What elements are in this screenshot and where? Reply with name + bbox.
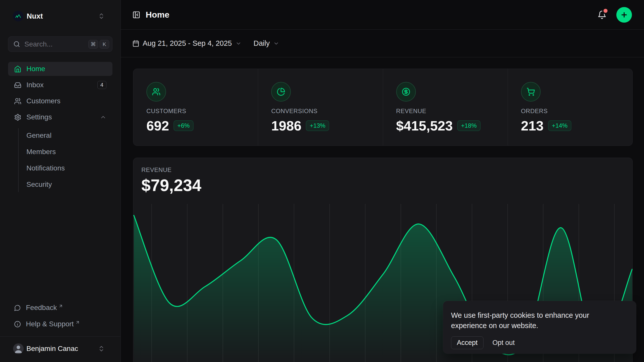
stat-label: CUSTOMERS [146,108,258,115]
sidebar-item-inbox[interactable]: Inbox 4 [8,78,112,92]
stat-customers[interactable]: CUSTOMERS 692 +6% [133,69,258,146]
notification-dot [603,9,608,13]
cookie-banner: We use first-party cookies to enhance yo… [443,301,636,354]
date-range-value: Aug 21, 2025 - Sep 4, 2025 [143,39,232,48]
gear-icon [14,114,21,121]
stat-delta-badge: +18% [457,120,480,131]
sidebar-item-security[interactable]: Security [19,177,112,192]
chevron-down-icon [273,40,279,47]
users-icon [146,82,166,102]
sidebar-item-label: Customers [26,97,60,105]
dollar-circle-icon [396,82,416,102]
help-support-link[interactable]: Help & Support [8,318,112,330]
search-field[interactable] [24,40,87,48]
sidebar-nav: Home Inbox 4 Customers Settings [8,62,112,192]
sidebar-item-label: Home [26,65,45,73]
external-link-icon [58,304,63,308]
chevron-down-icon [235,40,242,47]
sidebar-item-label: General [26,131,52,140]
search-input[interactable]: ⌘ K [8,36,112,52]
stat-label: ORDERS [521,108,632,115]
user-name: Benjamin Canac [26,345,78,353]
stat-conversions[interactable]: CONVERSIONS 1986 +13% [258,69,383,146]
feedback-label: Feedback [26,304,57,312]
inbox-count-badge: 4 [97,81,106,89]
cart-icon [521,82,541,102]
stat-label: CONVERSIONS [271,108,383,115]
revenue-chart-label: REVENUE [141,166,632,173]
sidebar-item-label: Settings [26,113,100,121]
stat-value: $415,523 [396,119,453,133]
sidebar-footer: Feedback Help & Support [8,302,112,330]
sidebar-item-label: Inbox [26,81,97,89]
panel-left-close-icon [132,11,140,19]
sidebar-item-home[interactable]: Home [8,62,112,76]
settings-subnav: General Members Notifications Security [18,128,112,192]
users-icon [14,98,21,105]
filters-toolbar: Aug 21, 2025 - Sep 4, 2025 Daily [121,30,644,57]
page-header: Home [121,0,644,30]
home-icon [14,65,21,73]
optout-cookies-button[interactable]: Opt out [493,339,515,347]
team-switcher[interactable]: Nuxt [8,9,112,24]
stat-value: 692 [146,119,169,133]
stat-delta-badge: +13% [306,120,329,131]
chevron-up-icon [100,114,106,120]
sidebar-item-settings[interactable]: Settings [8,110,112,124]
user-menu[interactable]: Benjamin Canac [13,340,105,357]
stat-delta-badge: +14% [548,120,571,131]
granularity-select[interactable]: Daily [254,39,279,48]
add-button[interactable] [616,7,632,23]
external-link-icon [75,320,80,325]
sidebar-item-label: Notifications [26,164,65,172]
stat-orders[interactable]: ORDERS 213 +14% [508,69,632,146]
kbd-cmd: ⌘ [88,40,98,49]
stat-delta-badge: +6% [174,120,193,131]
plus-icon [620,11,628,19]
granularity-value: Daily [254,39,270,48]
stats-card: CUSTOMERS 692 +6% CONVERSIONS 1986 +13% [133,69,633,146]
stat-value: 1986 [271,119,301,133]
notifications-button[interactable] [597,10,607,19]
sidebar-item-customers[interactable]: Customers [8,94,112,108]
sidebar-item-members[interactable]: Members [19,145,112,159]
chevrons-up-down-icon [98,13,105,20]
calendar-icon [132,40,139,47]
stat-label: REVENUE [396,108,508,115]
user-avatar [13,343,24,354]
collapse-sidebar-button[interactable] [132,11,140,19]
pie-chart-icon [271,82,291,102]
message-bubble-icon [14,304,21,311]
accept-cookies-button[interactable]: Accept [451,336,484,349]
help-support-label: Help & Support [26,320,74,328]
search-icon [13,41,20,48]
stat-revenue[interactable]: REVENUE $415,523 +18% [383,69,508,146]
stat-value: 213 [521,119,544,133]
feedback-link[interactable]: Feedback [8,302,112,314]
team-name: Nuxt [27,12,43,20]
sidebar-item-label: Security [26,180,52,189]
info-circle-icon [14,321,21,328]
sidebar-item-label: Members [26,148,56,156]
kbd-k: K [100,40,109,49]
cookie-message: We use first-party cookies to enhance yo… [451,310,626,331]
page-title: Home [146,10,169,20]
inbox-icon [14,81,21,89]
revenue-chart-value: $79,234 [141,176,632,194]
chevrons-up-down-icon [98,345,105,352]
sidebar: Nuxt ⌘ K Home [0,0,121,362]
nuxt-logo-icon [13,11,23,21]
sidebar-item-general[interactable]: General [19,128,112,143]
user-section: Benjamin Canac [0,336,120,362]
date-range-picker[interactable]: Aug 21, 2025 - Sep 4, 2025 [132,39,242,48]
sidebar-item-notifications[interactable]: Notifications [19,161,112,175]
